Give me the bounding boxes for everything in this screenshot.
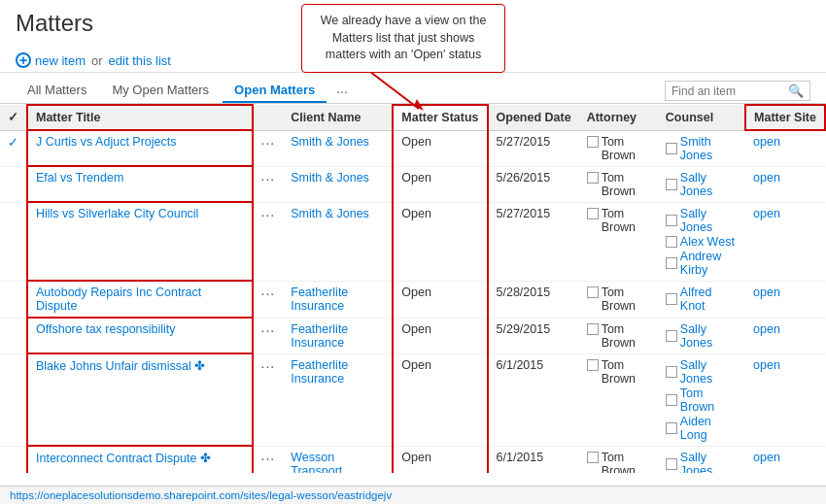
td-attorney: Tom Brown — [579, 166, 658, 202]
site-link[interactable]: open — [753, 322, 780, 336]
ellipsis-button[interactable]: ··· — [261, 207, 276, 222]
counsel-name[interactable]: Sally Jones — [680, 451, 738, 474]
th-matter-title: Matter Title — [27, 105, 253, 130]
counsel-checkbox[interactable] — [666, 215, 677, 226]
counsel-name[interactable]: Alfred Knot — [680, 286, 738, 313]
new-item-button[interactable]: + new item — [16, 52, 86, 68]
td-matter-title: Autobody Repairs Inc Contract Dispute — [27, 281, 253, 318]
counsel-name[interactable]: Sally Jones — [680, 358, 738, 386]
site-link[interactable]: open — [753, 451, 780, 464]
attorney-checkbox[interactable] — [587, 452, 599, 463]
client-name-link[interactable]: Featherlite Insurance — [291, 286, 348, 313]
status-value: Open — [401, 135, 431, 149]
edit-list-link[interactable]: edit this list — [109, 53, 171, 68]
counsel-checkbox[interactable] — [666, 179, 677, 190]
matter-title-link[interactable]: Autobody Repairs Inc Contract Dispute — [36, 286, 201, 313]
counsel-checkbox[interactable] — [666, 394, 677, 406]
attorney-name: Tom Brown — [602, 171, 650, 198]
client-name-link[interactable]: Smith & Jones — [291, 207, 369, 220]
matter-title-link[interactable]: Interconnect Contract Dispute ✤ — [36, 452, 211, 465]
td-attorney: Tom Brown — [579, 130, 658, 166]
ellipsis-button[interactable]: ··· — [261, 322, 276, 338]
td-matter-site: open — [745, 130, 825, 166]
td-matter-site: open — [745, 318, 825, 353]
ellipsis-button[interactable]: ··· — [261, 286, 276, 301]
attorney-checkbox[interactable] — [587, 323, 599, 335]
counsel-checkbox[interactable] — [666, 236, 677, 248]
client-name-link[interactable]: Smith & Jones — [291, 135, 369, 149]
counsel-checkbox[interactable] — [666, 293, 677, 305]
matter-title-link[interactable]: Hills vs Silverlake City Council — [36, 207, 198, 220]
td-counsel: Sally JonesTom BrownAiden Long — [658, 353, 745, 446]
td-matter-site: open — [745, 446, 825, 473]
status-value: Open — [401, 171, 431, 185]
attorney-name: Tom Brown — [602, 207, 650, 234]
tab-all-matters[interactable]: All Matters — [16, 79, 98, 103]
td-client-name: Smith & Jones — [283, 166, 393, 202]
tab-more[interactable]: ··· — [328, 80, 356, 103]
attorney-checkbox[interactable] — [587, 359, 599, 371]
ellipsis-button[interactable]: ··· — [261, 135, 276, 151]
ellipsis-button[interactable]: ··· — [261, 171, 276, 186]
matter-title-link[interactable]: Offshore tax responsibility — [36, 322, 176, 336]
site-link[interactable]: open — [753, 135, 780, 149]
counsel-checkbox[interactable] — [666, 458, 677, 470]
counsel-name[interactable]: Sally Jones — [680, 171, 738, 198]
matter-title-link[interactable]: Efal vs Trendem — [36, 171, 123, 185]
td-counsel: Smith Jones — [658, 130, 745, 166]
counsel-name[interactable]: Tom Brown — [680, 386, 738, 414]
site-link[interactable]: open — [753, 171, 780, 185]
counsel-name[interactable]: Aiden Long — [680, 415, 738, 442]
site-link[interactable]: open — [753, 286, 780, 299]
table-container: ✓ Matter Title Client Name Matter Status… — [0, 104, 826, 473]
counsel-checkbox[interactable] — [666, 366, 677, 378]
table-body: ✓J Curtis vs Adjuct Projects···Smith & J… — [0, 130, 825, 473]
td-opened-date: 5/27/2015 — [488, 130, 579, 166]
ellipsis-button[interactable]: ··· — [261, 451, 276, 466]
td-matter-status: Open — [393, 353, 487, 446]
tab-open-matters[interactable]: Open Matters — [223, 79, 327, 103]
counsel-checkbox[interactable] — [666, 143, 677, 154]
client-name-link[interactable]: Smith & Jones — [291, 171, 369, 185]
attorney-name: Tom Brown — [602, 358, 650, 386]
ellipsis-button[interactable]: ··· — [261, 358, 276, 374]
td-ellipsis: ··· — [253, 353, 284, 446]
counsel-name[interactable]: Smith Jones — [680, 135, 738, 162]
matter-title-link[interactable]: Blake Johns Unfair dismissal ✤ — [36, 359, 205, 373]
table-row: Interconnect Contract Dispute ✤···Wesson… — [0, 446, 825, 473]
attorney-name: Tom Brown — [602, 322, 650, 350]
attorney-checkbox[interactable] — [587, 172, 599, 184]
matter-title-link[interactable]: J Curtis vs Adjuct Projects — [36, 135, 177, 149]
client-name-link[interactable]: Wesson Transport — [291, 451, 342, 474]
search-box[interactable]: 🔍 — [665, 81, 810, 101]
site-link[interactable]: open — [753, 207, 780, 220]
counsel-name[interactable]: Alex West — [680, 235, 735, 249]
td-matter-status: Open — [393, 446, 487, 473]
new-item-label: new item — [35, 53, 86, 68]
counsel-name[interactable]: Sally Jones — [680, 207, 738, 234]
counsel-item: Sally Jones — [666, 171, 738, 198]
counsel-checkbox[interactable] — [666, 330, 677, 342]
bottom-bar: https://oneplacesolutionsdemo.sharepoint… — [0, 486, 826, 504]
counsel-name[interactable]: Sally Jones — [680, 322, 738, 350]
td-counsel: Sally JonesAlex WestAndrew Kirby — [658, 202, 745, 281]
td-opened-date: 6/1/2015 — [488, 446, 579, 473]
client-name-link[interactable]: Featherlite Insurance — [291, 358, 348, 386]
table-row: Blake Johns Unfair dismissal ✤···Feather… — [0, 353, 825, 446]
th-counsel: Counsel — [658, 105, 745, 130]
td-ellipsis: ··· — [253, 130, 284, 166]
td-check: ✓ — [0, 130, 27, 166]
search-input[interactable] — [671, 84, 788, 98]
attorney-checkbox[interactable] — [587, 136, 599, 148]
counsel-checkbox[interactable] — [666, 422, 677, 434]
td-ellipsis: ··· — [253, 446, 284, 473]
td-check — [0, 318, 27, 353]
site-link[interactable]: open — [753, 358, 780, 372]
matters-table: ✓ Matter Title Client Name Matter Status… — [0, 104, 826, 473]
client-name-link[interactable]: Featherlite Insurance — [291, 322, 348, 350]
counsel-checkbox[interactable] — [666, 257, 677, 269]
attorney-checkbox[interactable] — [587, 208, 599, 219]
counsel-name[interactable]: Andrew Kirby — [680, 250, 738, 277]
tab-my-open-matters[interactable]: My Open Matters — [100, 79, 221, 103]
attorney-checkbox[interactable] — [587, 286, 599, 298]
